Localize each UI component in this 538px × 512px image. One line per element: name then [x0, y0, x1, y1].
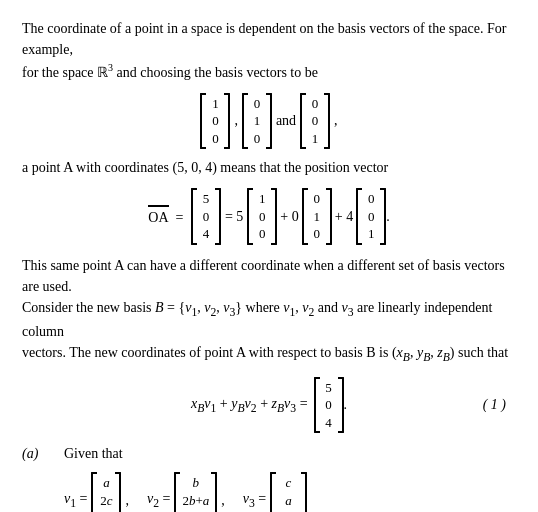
equation-number: ( 1 ): [483, 394, 506, 415]
basis-vector-2: 0 1 0: [242, 93, 272, 150]
section-a-label: (a): [22, 443, 46, 512]
v2-definition: v2 = b 2b + a c ,: [147, 472, 225, 512]
oa-basis3: 0 0 1: [356, 188, 386, 245]
v2-matrix: b 2b + a c: [174, 472, 217, 512]
and-text: and: [276, 110, 296, 131]
vector-definitions: v1 = a 2c 4a , v2 = b 2b + a c: [64, 472, 516, 512]
basis-vector-3: 0 0 1: [300, 93, 330, 150]
v1-matrix: a 2c 4a: [91, 472, 121, 512]
intro-text1: The coordinate of a point in a space is …: [22, 21, 506, 57]
page-content: The coordinate of a point in a space is …: [22, 18, 516, 512]
section-a: (a) Given that v1 = a 2c 4a ,: [22, 443, 516, 512]
oa-overline: OA: [148, 205, 168, 228]
given-that-text: Given that: [64, 443, 516, 464]
basis-vectors-display: 1 0 0 , 0 1 0 and 0 0 1 ,: [22, 93, 516, 150]
oa-basis1: 1 0 0: [247, 188, 277, 245]
basis-vector-1: 1 0 0: [200, 93, 230, 150]
same-point-paragraph: This same point A can have a different c…: [22, 255, 516, 367]
oa-basis2: 0 1 0: [302, 188, 332, 245]
v1-definition: v1 = a 2c 4a ,: [64, 472, 129, 512]
v3-matrix: c a a + b: [270, 472, 306, 512]
section-a-content: Given that v1 = a 2c 4a , v2 =: [64, 443, 516, 512]
oa-vector: 5 0 4: [191, 188, 221, 245]
intro-paragraph: The coordinate of a point in a space is …: [22, 18, 516, 83]
point-a-text: a point A with coordinates (5, 0, 4) mea…: [22, 157, 516, 178]
eq1-rhs-vector: 5 0 4: [314, 377, 344, 434]
equation-1: xBv1 + yBv2 + zBv3 = 5 0 4 . ( 1 ): [22, 377, 516, 434]
oa-equation: OA = 5 0 4 = 5 1 0 0 + 0 0 1 0 + 4 0 0 1: [22, 188, 516, 245]
intro-text2: for the space ℝ3 for the space ℝ³ and ch…: [22, 65, 318, 80]
v3-definition: v3 = c a a + b: [243, 472, 307, 512]
